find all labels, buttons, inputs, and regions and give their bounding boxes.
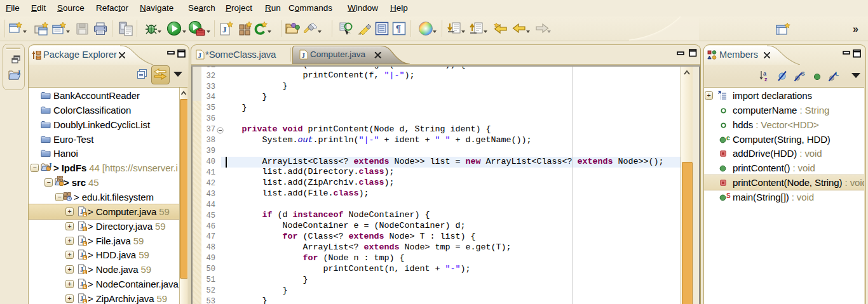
svg-text:J: J [302,51,306,59]
svg-text:J: J [17,69,20,76]
svg-text:¶: ¶ [396,23,401,34]
svg-text:J: J [222,25,227,34]
svg-text:z: z [764,76,768,83]
svg-text:J: J [198,51,202,59]
